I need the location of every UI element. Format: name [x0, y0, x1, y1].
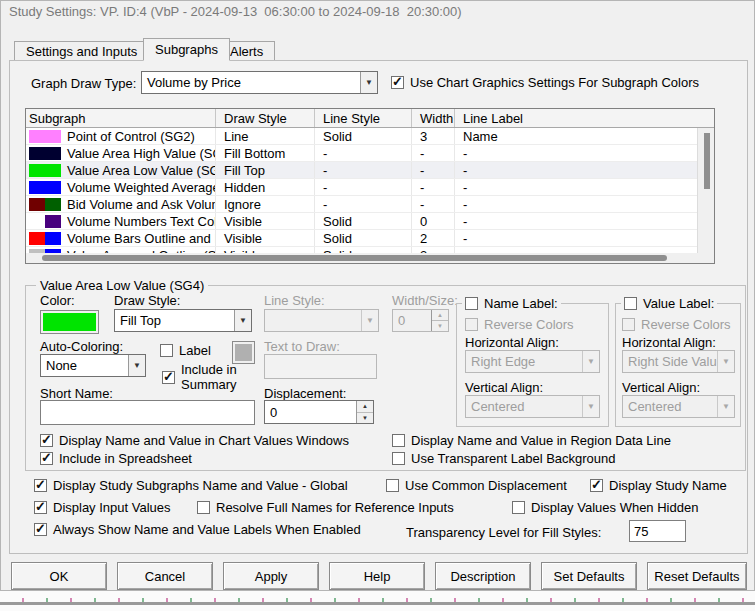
- tab-settings-and-inputs[interactable]: Settings and Inputs: [14, 41, 149, 61]
- check-icon: ✓: [591, 477, 602, 492]
- tab-label: Settings and Inputs: [26, 44, 137, 59]
- display-input-values-checkbox[interactable]: ✓ Display Input Values: [34, 500, 171, 515]
- displacement-label: Displacement:: [264, 386, 346, 401]
- text-to-draw-label: Text to Draw:: [264, 339, 340, 354]
- check-icon: ✓: [392, 74, 403, 89]
- checkbox-box[interactable]: ✓: [391, 76, 404, 89]
- table-row[interactable]: Volume Bars Outline and Fill Color... Vi…: [26, 230, 697, 247]
- group-caption: Value Area Low Value (SG4): [36, 278, 208, 293]
- draw-style-select[interactable]: Fill Top ▼: [114, 309, 252, 332]
- check-icon: ✓: [41, 432, 52, 447]
- spin-up-icon: ▲: [432, 310, 448, 321]
- table-row[interactable]: Volume Numbers Text Color and S... Visib…: [26, 213, 697, 230]
- name-label-checkbox[interactable]: Name Label:: [465, 296, 558, 311]
- value-horizontal-align-select: Right Side Valu ▼: [622, 350, 735, 373]
- horizontal-scrollbar-thumb[interactable]: [42, 255, 667, 261]
- column-header-line-label: Line Label: [455, 109, 714, 127]
- vertical-scrollbar[interactable]: [697, 128, 714, 253]
- window-title: Study Settings: VP. ID:4 (VbP - 2024-09-…: [9, 4, 462, 19]
- value-label-checkbox[interactable]: Value Label:: [624, 296, 714, 311]
- cancel-button[interactable]: Cancel: [117, 562, 213, 590]
- color-swatch-pair: [29, 215, 61, 228]
- horizontal-scrollbar[interactable]: [26, 253, 714, 263]
- text-to-draw-input: [264, 354, 377, 379]
- label-color-button[interactable]: [232, 341, 255, 364]
- chevron-down-icon[interactable]: ▼: [128, 355, 145, 376]
- display-region-data-line-checkbox[interactable]: Display Name and Value in Region Data Li…: [392, 433, 671, 448]
- always-show-labels-checkbox[interactable]: ✓ Always Show Name and Value Labels When…: [34, 522, 361, 537]
- displacement-spinner[interactable]: 0 ▲▼: [264, 400, 374, 424]
- label-checkbox[interactable]: Label: [160, 343, 211, 358]
- include-in-spreadsheet-checkbox[interactable]: ✓ Include in Spreadsheet: [40, 451, 192, 466]
- short-name-label: Short Name:: [40, 386, 113, 401]
- resolve-full-names-checkbox[interactable]: Resolve Full Names for Reference Inputs: [197, 500, 454, 515]
- width-size-spinner: 0 ▲▼: [392, 309, 449, 332]
- table-row[interactable]: Volume Weighted Average Price (... Hidde…: [26, 179, 697, 196]
- spin-down-icon[interactable]: ▼: [357, 413, 373, 424]
- tab-subgraphs[interactable]: Subgraphs: [143, 38, 230, 61]
- help-button[interactable]: Help: [329, 562, 425, 590]
- chevron-down-icon[interactable]: ▼: [234, 310, 251, 331]
- name-reverse-colors-checkbox: Reverse Colors: [465, 317, 574, 332]
- vertical-align-label: Vertical Align:: [622, 380, 700, 395]
- name-vertical-align-select: Centered ▼: [465, 395, 600, 418]
- line-style-select: ▼: [264, 309, 379, 332]
- reset-defaults-button[interactable]: Reset Defaults: [647, 562, 747, 590]
- short-name-input[interactable]: [40, 400, 255, 425]
- transparent-label-background-checkbox[interactable]: Use Transparent Label Background: [392, 451, 616, 466]
- chevron-down-icon: ▼: [361, 310, 378, 331]
- vertical-scrollbar-thumb[interactable]: [704, 133, 710, 189]
- check-icon: ✓: [35, 477, 46, 492]
- column-header-subgraph: Subgraph: [26, 109, 216, 127]
- line-style-label: Line Style:: [264, 293, 325, 308]
- display-study-name-checkbox[interactable]: ✓ Display Study Name: [590, 478, 727, 493]
- graph-draw-type-value: Volume by Price: [142, 72, 360, 93]
- tab-label: Subgraphs: [155, 42, 218, 57]
- color-swatch: [29, 147, 61, 160]
- set-defaults-button[interactable]: Set Defaults: [541, 562, 637, 590]
- subgraph-table: Subgraph Draw Style Line Style Width Lin…: [25, 108, 715, 264]
- graph-draw-type-select[interactable]: Volume by Price ▼: [141, 71, 378, 94]
- display-subgraphs-global-checkbox[interactable]: ✓ Display Study Subgraphs Name and Value…: [34, 478, 348, 493]
- ok-button[interactable]: OK: [11, 562, 107, 590]
- table-row[interactable]: Bid Volume and Ask Volume Color... Ignor…: [26, 196, 697, 213]
- spin-down-icon: ▼: [432, 321, 448, 331]
- chevron-down-icon: ▼: [582, 351, 599, 372]
- value-reverse-colors-checkbox: Reverse Colors: [622, 317, 731, 332]
- table-row[interactable]: Value Area High Value (SG3) Fill Bottom …: [26, 145, 697, 162]
- chevron-down-icon: ▼: [582, 396, 599, 417]
- tab-label: Alerts: [230, 44, 263, 59]
- column-header-width: Width: [412, 109, 455, 127]
- color-swatch-pair: [29, 198, 61, 211]
- horizontal-align-label: Horizontal Align:: [622, 335, 716, 350]
- display-chart-values-checkbox[interactable]: ✓ Display Name and Value in Chart Values…: [40, 433, 349, 448]
- title-bar: Study Settings: VP. ID:4 (VbP - 2024-09-…: [1, 1, 754, 23]
- background-divider-line: [0, 602, 755, 605]
- color-swatch-pair: [29, 232, 61, 245]
- color-label: Color:: [40, 293, 75, 308]
- display-values-when-hidden-checkbox[interactable]: Display Values When Hidden: [512, 500, 698, 515]
- horizontal-align-label: Horizontal Align:: [465, 335, 559, 350]
- use-common-displacement-checkbox[interactable]: Use Common Displacement: [386, 478, 567, 493]
- description-button[interactable]: Description: [435, 562, 531, 590]
- apply-button[interactable]: Apply: [223, 562, 319, 590]
- color-swatch: [29, 164, 61, 177]
- table-row-selected[interactable]: Value Area Low Value (SG4) Fill Top - - …: [26, 162, 697, 179]
- check-icon: ✓: [35, 499, 46, 514]
- chevron-down-icon[interactable]: ▼: [360, 72, 377, 93]
- auto-coloring-select[interactable]: None ▼: [40, 354, 146, 377]
- include-in-summary-checkbox[interactable]: ✓ Include in Summary: [162, 362, 270, 392]
- check-icon: ✓: [163, 369, 174, 384]
- check-icon: ✓: [41, 450, 52, 465]
- use-chart-graphics-checkbox[interactable]: ✓ Use Chart Graphics Settings For Subgra…: [391, 75, 699, 90]
- draw-style-label: Draw Style:: [114, 293, 180, 308]
- table-body: Point of Control (SG2) Line Solid 3 Name…: [26, 128, 697, 253]
- spin-up-icon[interactable]: ▲: [357, 401, 373, 413]
- color-button[interactable]: [40, 310, 99, 334]
- column-header-draw-style: Draw Style: [216, 109, 315, 127]
- transparency-level-input[interactable]: 75: [629, 520, 686, 542]
- graph-draw-type-label: Graph Draw Type:: [31, 76, 136, 91]
- name-horizontal-align-select: Right Edge ▼: [465, 350, 600, 373]
- width-size-label: Width/Size:: [392, 293, 458, 308]
- table-row[interactable]: Point of Control (SG2) Line Solid 3 Name: [26, 128, 697, 145]
